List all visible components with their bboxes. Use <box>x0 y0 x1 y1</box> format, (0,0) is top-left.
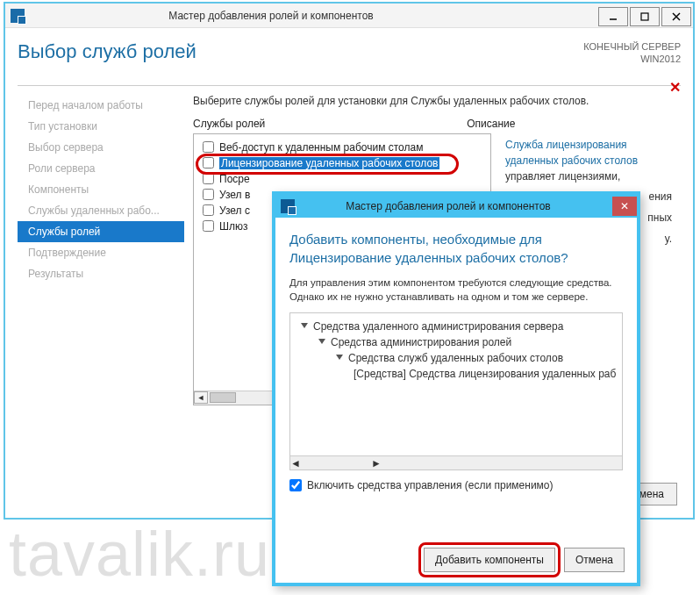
step-installation-type[interactable]: Тип установки <box>18 116 184 137</box>
role-checkbox[interactable] <box>203 141 214 153</box>
close-button[interactable] <box>661 7 691 26</box>
step-server-selection[interactable]: Выбор сервера <box>18 137 184 158</box>
add-features-button[interactable]: Добавить компоненты <box>424 548 555 572</box>
window-title: Мастер добавления ролей и компонентов <box>32 10 598 22</box>
expand-icon[interactable] <box>318 339 325 344</box>
scroll-thumb[interactable] <box>210 392 236 403</box>
include-mgmt-checkbox[interactable] <box>289 479 302 491</box>
app-icon <box>281 199 295 213</box>
step-before-you-begin[interactable]: Перед началом работы <box>18 95 184 116</box>
expand-icon[interactable] <box>301 323 308 328</box>
features-tree[interactable]: Средства удаленного администрирования се… <box>289 312 623 470</box>
step-results[interactable]: Результаты <box>18 263 184 284</box>
role-checkbox[interactable] <box>203 189 214 200</box>
dialog-close-button[interactable]: ✕ <box>612 197 637 216</box>
instruction-text: Выберите службы ролей для установки для … <box>193 95 681 107</box>
tree-item[interactable]: Средства служб удаленных рабочих столов <box>294 350 618 366</box>
step-server-roles[interactable]: Роли сервера <box>18 158 184 179</box>
description-header: Описание <box>467 118 515 130</box>
role-service-item-licensing[interactable]: Лицензирование удаленных рабочих столов <box>197 155 487 171</box>
scroll-left-icon[interactable]: ◄ <box>290 457 301 470</box>
maximize-button[interactable] <box>630 7 660 26</box>
dialog-body-text: Для управления этим компонентом требуютс… <box>289 276 623 304</box>
page-title: Выбор служб ролей <box>18 40 196 63</box>
step-role-services[interactable]: Службы ролей <box>18 221 184 242</box>
tree-h-scrollbar[interactable]: ◄ ► <box>290 455 622 470</box>
destination-label: КОНЕЧНЫЙ СЕРВЕР <box>583 40 681 53</box>
step-features[interactable]: Компоненты <box>18 179 184 200</box>
tree-item[interactable]: Средства администрирования ролей <box>294 334 618 350</box>
role-checkbox[interactable] <box>203 204 214 216</box>
step-confirmation[interactable]: Подтверждение <box>18 242 184 263</box>
dialog-titlebar[interactable]: Мастер добавления ролей и компонентов ✕ <box>275 195 637 218</box>
tree-item[interactable]: Средства удаленного администрирования се… <box>294 319 618 334</box>
divider <box>18 85 681 86</box>
scroll-left-icon[interactable]: ◄ <box>194 391 208 404</box>
wizard-steps: Перед началом работы Тип установки Выбор… <box>18 88 184 439</box>
dialog-cancel-button[interactable]: Отмена <box>564 548 625 572</box>
role-checkbox[interactable] <box>203 220 214 232</box>
app-icon <box>11 9 25 23</box>
roles-header: Службы ролей <box>193 118 265 130</box>
step-remote-desktop[interactable]: Службы удаленных рабо... <box>18 200 184 221</box>
dialog-heading: Добавить компоненты, необходимые для Лиц… <box>289 230 623 267</box>
role-service-item[interactable]: Посре <box>197 171 487 187</box>
titlebar[interactable]: Мастер добавления ролей и компонентов <box>5 4 693 28</box>
watermark-text: tavalik.ru <box>9 518 270 590</box>
add-features-dialog: Мастер добавления ролей и компонентов ✕ … <box>272 191 640 586</box>
destination-server: WIN2012 <box>583 53 681 65</box>
minimize-button[interactable] <box>598 7 628 26</box>
destination-info: КОНЕЧНЫЙ СЕРВЕР WIN2012 <box>583 40 681 66</box>
include-mgmt-tools[interactable]: Включить средства управления (если приме… <box>289 479 623 491</box>
dialog-title: Мастер добавления ролей и компонентов <box>302 200 612 212</box>
role-service-item[interactable]: Веб-доступ к удаленным рабочим столам <box>197 140 487 155</box>
svg-rect-1 <box>641 13 648 20</box>
expand-icon[interactable] <box>336 355 343 360</box>
scroll-right-icon[interactable]: ► <box>371 457 382 470</box>
role-checkbox[interactable] <box>203 173 214 184</box>
tree-item[interactable]: [Средства] Средства лицензирования удале… <box>294 366 618 382</box>
role-checkbox[interactable] <box>203 157 214 168</box>
